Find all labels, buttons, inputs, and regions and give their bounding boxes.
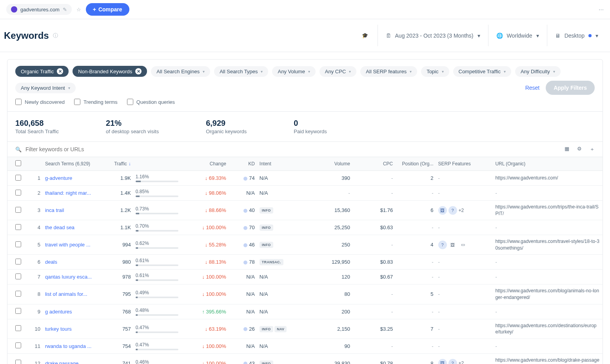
remove-filter-icon[interactable]: ✕ — [57, 68, 63, 74]
page-title: Keywords — [4, 30, 49, 41]
edit-icon[interactable]: ✎ — [63, 7, 67, 13]
chevron-down-icon: ▾ — [261, 69, 263, 74]
date-filter[interactable]: 🗓 Aug 2023 - Oct 2023 (3 Months) ▾ — [378, 25, 488, 46]
filter-pill[interactable]: Any CPC▾ — [320, 66, 356, 77]
row-checkbox[interactable] — [15, 342, 21, 348]
remove-filter-icon[interactable]: ✕ — [135, 68, 142, 74]
filter-pill[interactable]: Any Keyword Intent▾ — [15, 83, 76, 93]
position-value: 2 — [395, 171, 436, 186]
row-checkbox[interactable] — [15, 175, 21, 181]
keyword-link[interactable]: g-adventure — [45, 175, 102, 181]
traffic-bar — [136, 349, 179, 350]
keyword-link[interactable]: g adentures — [45, 309, 102, 315]
check-item[interactable]: Newly discovered — [15, 99, 65, 105]
columns-settings-icon[interactable]: ⚙ — [577, 146, 582, 153]
serp-more[interactable]: +2 — [459, 208, 464, 213]
row-checkbox[interactable] — [15, 241, 21, 247]
header-intent[interactable]: Intent — [257, 157, 305, 171]
serp-cell: - — [436, 171, 493, 186]
chevron-down-icon: ▾ — [504, 69, 506, 74]
region-filter[interactable]: 🌐 Worldwide ▾ — [488, 25, 547, 46]
serp-question-icon[interactable]: ? — [448, 206, 457, 215]
header-search-terms[interactable]: Search Terms (6,929) — [43, 157, 105, 171]
row-checkbox[interactable] — [15, 291, 21, 297]
serp-image-icon[interactable]: 🖼 — [438, 206, 447, 215]
serp-image-icon[interactable]: 🖼 — [448, 241, 457, 249]
keyword-link[interactable]: qantas luxury esca... — [45, 274, 102, 280]
header-serp[interactable]: SERP Features — [436, 157, 493, 171]
checkbox[interactable] — [127, 99, 133, 105]
header-cpc[interactable]: CPC — [352, 157, 395, 171]
star-icon[interactable]: ☆ — [76, 7, 81, 13]
header-kd[interactable]: KD — [229, 157, 257, 171]
keyword-link[interactable]: drake passage — [45, 360, 102, 364]
topbar-menu-icon[interactable]: ⋯ — [599, 7, 604, 13]
checkbox[interactable] — [15, 99, 22, 105]
serp-question-icon[interactable]: ? — [448, 359, 457, 364]
device-filter[interactable]: 🖥 Desktop ▾ — [547, 25, 606, 46]
url-text[interactable]: https://www.gadventures.com/travel-style… — [495, 239, 599, 251]
row-checkbox[interactable] — [15, 190, 21, 196]
serp-question-icon[interactable]: ? — [438, 241, 447, 249]
keyword-link[interactable]: the dead sea — [45, 225, 102, 230]
serp-image-icon[interactable]: 🖼 — [438, 359, 447, 364]
row-checkbox[interactable] — [15, 360, 21, 364]
domain-chip[interactable]: gadventures.com ✎ — [6, 4, 72, 15]
checkbox[interactable] — [74, 99, 80, 105]
reset-link[interactable]: Reset — [525, 85, 540, 91]
serp-more[interactable]: +2 — [459, 360, 464, 364]
apply-filters-button[interactable]: Apply Filters — [546, 81, 595, 95]
header-traffic[interactable]: Traffic↓ — [105, 157, 133, 171]
keyword-link[interactable]: deals — [45, 259, 102, 265]
volume-value: 15,360 — [305, 201, 352, 220]
url-text[interactable]: https://www.gadventures.com/destinations… — [495, 323, 596, 335]
url-text[interactable]: https://www.gadventures.com/trips/the-in… — [495, 204, 598, 216]
keyword-link[interactable]: turkey tours — [45, 326, 102, 332]
row-checkbox[interactable] — [15, 224, 21, 230]
cpc-value: $0.78 — [352, 353, 395, 364]
filter-pill[interactable]: All SERP features▾ — [360, 66, 417, 77]
filter-pill-active[interactable]: Organic Traffic✕ — [15, 66, 69, 77]
keyword-link[interactable]: inca trail — [45, 207, 102, 213]
row-checkbox[interactable] — [15, 207, 21, 213]
url-text[interactable]: https://www.gadventures.com/blog/animals… — [495, 288, 599, 300]
select-all-checkbox[interactable] — [15, 160, 21, 166]
position-value: 5 — [395, 284, 436, 304]
position-value: - — [395, 270, 436, 284]
filter-pill[interactable]: Topic▾ — [421, 66, 449, 77]
row-checkbox[interactable] — [15, 259, 21, 264]
filter-pill-active[interactable]: Non-Branded Keywords✕ — [73, 66, 147, 77]
row-checkbox[interactable] — [15, 273, 21, 279]
keyword-link[interactable]: travel with people ... — [45, 242, 102, 248]
filter-pill[interactable]: All Search Types▾ — [214, 66, 268, 77]
filter-pill[interactable]: Any Difficulty▾ — [515, 66, 561, 77]
filter-pill[interactable]: Competitive Traffic▾ — [453, 66, 511, 77]
filter-pill[interactable]: All Search Engines▾ — [151, 66, 210, 77]
chevron-down-icon: ▾ — [308, 69, 310, 74]
header-url[interactable]: URL (Organic) — [493, 157, 603, 171]
add-icon[interactable]: ＋ — [590, 146, 595, 153]
table-row: 8list of animals for...7950.49%↓ 100.00%… — [7, 284, 603, 304]
url-text[interactable]: https://www.gadventures.com/blog/drake-p… — [495, 357, 599, 364]
filter-pill[interactable]: Any Volume▾ — [272, 66, 315, 77]
header-volume[interactable]: Volume — [305, 157, 352, 171]
url-text[interactable]: https://www.gadventures.com/ — [495, 175, 558, 181]
change-value: ↓ 100.00% — [202, 274, 226, 280]
intent-cell: N/A — [257, 270, 305, 284]
filter-input[interactable] — [25, 146, 143, 152]
header-change[interactable]: Change — [181, 157, 229, 171]
keyword-link[interactable]: thailand: night mar... — [45, 190, 102, 196]
keyword-link[interactable]: rwanda to uganda ... — [45, 343, 102, 349]
compare-button[interactable]: + Compare — [86, 3, 129, 16]
active-dot-icon — [588, 34, 592, 37]
check-item[interactable]: Trending terms — [74, 99, 118, 105]
graduation-icon[interactable]: 🎓 — [362, 33, 368, 38]
row-checkbox[interactable] — [15, 325, 21, 331]
keyword-link[interactable]: list of animals for... — [45, 291, 102, 297]
serp-feature-icon[interactable]: ▭ — [459, 241, 467, 249]
check-item[interactable]: Question queries — [127, 99, 175, 105]
row-checkbox[interactable] — [15, 308, 21, 314]
header-position[interactable]: Position (Org... — [395, 157, 436, 171]
info-icon[interactable]: ⓘ — [53, 32, 58, 39]
export-excel-icon[interactable]: ▦ — [565, 146, 569, 153]
